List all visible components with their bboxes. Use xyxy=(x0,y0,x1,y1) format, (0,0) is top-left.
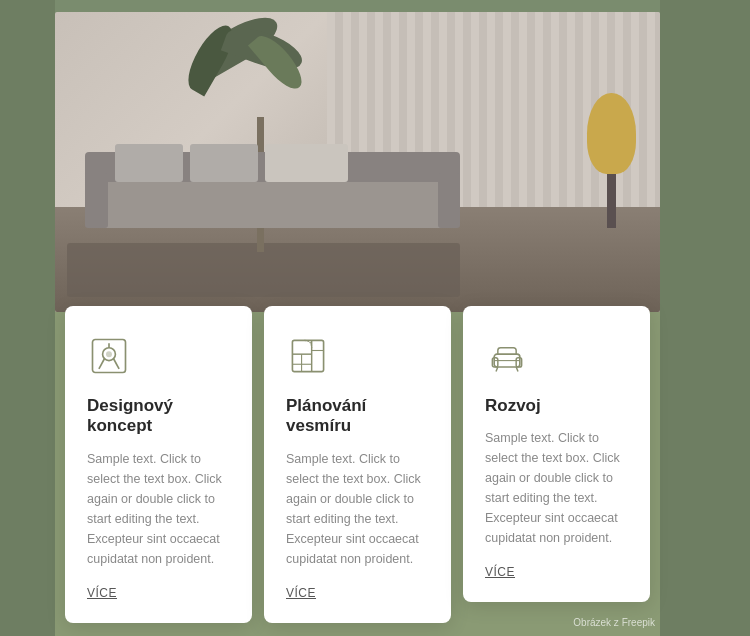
card-design-concept: Designový koncept Sample text. Click to … xyxy=(65,306,252,623)
card-1-link[interactable]: VÍCE xyxy=(87,586,117,600)
card-planning: Plánování vesmíru Sample text. Click to … xyxy=(264,306,451,623)
card-2-link[interactable]: VÍCE xyxy=(286,586,316,600)
card-1-text: Sample text. Click to select the text bo… xyxy=(87,449,230,569)
cards-section: Designový koncept Sample text. Click to … xyxy=(55,296,660,636)
svg-point-5 xyxy=(107,352,112,357)
card-development: Rozvoj Sample text. Click to select the … xyxy=(463,306,650,602)
svg-rect-6 xyxy=(292,340,323,371)
card-3-link[interactable]: VÍCE xyxy=(485,565,515,579)
background-right-strip xyxy=(660,0,750,636)
room-photo-container xyxy=(55,12,660,312)
svg-line-3 xyxy=(114,359,119,369)
sofa-icon xyxy=(485,334,533,382)
card-1-title: Designový koncept xyxy=(87,396,230,437)
card-3-text: Sample text. Click to select the text bo… xyxy=(485,428,628,548)
room-photo xyxy=(55,12,660,312)
card-2-text: Sample text. Click to select the text bo… xyxy=(286,449,429,569)
freepik-attribution: Obrázek z Freepik xyxy=(573,617,655,628)
floor-plan-icon xyxy=(286,334,334,382)
background-left-strip xyxy=(0,0,55,636)
card-3-title: Rozvoj xyxy=(485,396,628,416)
card-2-title: Plánování vesmíru xyxy=(286,396,429,437)
svg-line-2 xyxy=(99,359,105,369)
drafting-compass-icon xyxy=(87,334,135,382)
lamp xyxy=(587,93,635,228)
sofa xyxy=(85,144,460,228)
